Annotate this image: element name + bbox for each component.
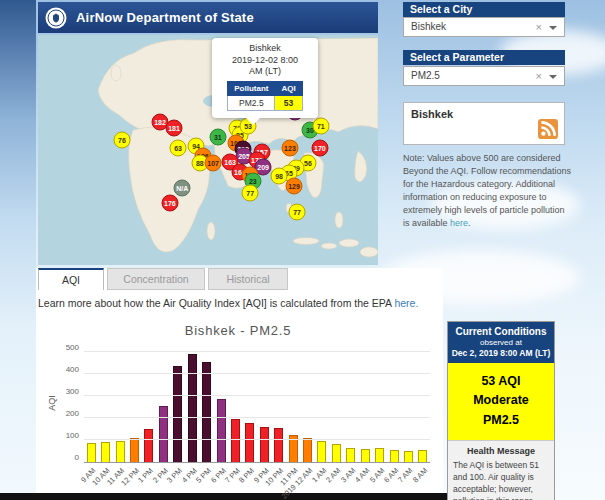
chart-column: 8 AM <box>416 352 430 462</box>
chevron-down-icon[interactable] <box>549 26 557 34</box>
chart-column: 9 PM <box>257 352 271 462</box>
rss-icon[interactable] <box>538 119 558 139</box>
chart-bar[interactable] <box>274 428 283 462</box>
city-select-dropdown[interactable]: Bishkek × <box>403 17 565 37</box>
health-message-block: Health Message The AQI is between 51 and… <box>448 440 554 500</box>
chart-x-tick: 5 PM <box>194 466 213 485</box>
chart-bar[interactable] <box>101 442 110 462</box>
note-link[interactable]: here <box>450 218 468 228</box>
chart-column: 5 PM <box>199 352 213 462</box>
chart-bar[interactable] <box>317 441 326 462</box>
chart-y-tick: 0 <box>75 453 79 462</box>
clear-icon[interactable]: × <box>536 18 542 36</box>
chart-gridline <box>84 351 430 352</box>
chart-column: 2 PM <box>156 352 170 462</box>
app-header: AirNow Department of State <box>38 2 378 33</box>
chart-y-tick: 300 <box>66 387 79 396</box>
aqi-marker[interactable]: 176 <box>161 194 178 211</box>
airnow-page: AirNow Department of State <box>0 0 605 500</box>
parameter-select-dropdown[interactable]: PM2.5 × <box>403 66 565 86</box>
note-text: Note: Values above 500 are considered Be… <box>403 153 571 228</box>
current-aqi-pollutant: PM2.5 <box>450 411 552 430</box>
chart-gridline <box>84 395 430 396</box>
chart-bar[interactable] <box>418 450 427 462</box>
chart-bar[interactable] <box>217 399 226 462</box>
chart-gridline <box>84 439 430 440</box>
aqi-marker[interactable]: 71 <box>312 118 329 135</box>
chart-bar[interactable] <box>404 451 413 462</box>
current-aqi-category: Moderate <box>450 391 552 410</box>
chart-bar[interactable] <box>144 429 153 462</box>
chart-column: 12 PM <box>127 352 141 462</box>
clear-icon[interactable]: × <box>536 67 542 85</box>
chart-bar[interactable] <box>159 406 168 462</box>
chart-bar[interactable] <box>202 362 211 462</box>
aqi-marker[interactable]: 123 <box>281 139 298 156</box>
aqi-marker[interactable]: 63 <box>170 139 187 156</box>
chart-x-tick: 4 AM <box>353 466 371 484</box>
chart-plot-area: 9 AM10 AM11 AM12 PM1 PM2 PM3 PM4 PM5 PM6… <box>84 352 430 463</box>
current-conditions-panel: Current Conditions observed at Dec 2, 20… <box>447 321 555 500</box>
parameter-select-value: PM2.5 <box>411 70 440 81</box>
chart-x-tick: 8 AM <box>411 466 429 484</box>
aqi-marker[interactable]: 76 <box>113 132 130 149</box>
chart-bar[interactable] <box>87 443 96 462</box>
chart-bar[interactable] <box>390 450 399 462</box>
note-suffix: . <box>468 218 471 228</box>
popup-aqi-value: 53 <box>275 96 302 111</box>
chart-gridline <box>84 417 430 418</box>
chart-bar[interactable] <box>188 354 197 462</box>
popup-col-aqi: AQI <box>275 82 302 96</box>
current-aqi-block: 53 AQI Moderate PM2.5 <box>448 363 554 440</box>
current-conditions-subtitle: observed at <box>450 338 552 347</box>
learn-more-text: Learn more about how the Air Quality Ind… <box>38 297 418 309</box>
chart-column: 4 AM <box>358 352 372 462</box>
state-department-seal-icon <box>45 7 67 29</box>
tab-aqi[interactable]: AQI <box>38 268 104 290</box>
aqi-marker[interactable]: 181 <box>166 120 183 137</box>
left-gradient-strip <box>0 0 36 500</box>
chart-bar[interactable] <box>375 448 384 462</box>
map-popup: Bishkek 2019-12-02 8:00 AM (LT) Pollutan… <box>212 38 318 118</box>
chart-bar[interactable] <box>231 419 240 462</box>
chart-bar[interactable] <box>130 438 139 462</box>
chart-column: 10 AM <box>98 352 112 462</box>
chart-bar[interactable] <box>346 448 355 462</box>
aqi-marker[interactable]: 170 <box>311 139 328 156</box>
chart-bar[interactable] <box>260 427 269 462</box>
chart-bar[interactable] <box>303 438 312 462</box>
chart-bar[interactable] <box>332 444 341 462</box>
aqi-marker[interactable]: 129 <box>286 178 303 195</box>
chart-bar[interactable] <box>245 423 254 462</box>
aqi-marker[interactable]: 77 <box>289 204 306 221</box>
aqi-marker[interactable]: 31 <box>209 128 226 145</box>
app-title: AirNow Department of State <box>76 10 254 25</box>
current-conditions-header: Current Conditions observed at Dec 2, 20… <box>448 322 554 363</box>
aqi-marker[interactable]: 77 <box>242 185 259 202</box>
chart-column: 9 AM <box>84 352 98 462</box>
tab-historical[interactable]: Historical <box>208 268 288 290</box>
chevron-down-icon[interactable] <box>549 75 557 83</box>
chart-bar[interactable] <box>116 441 125 462</box>
select-city-header: Select a City <box>403 2 565 17</box>
chart-column: 3 AM <box>344 352 358 462</box>
aqi-marker[interactable]: 107 <box>205 155 222 172</box>
chart-column: 11 PM <box>286 352 300 462</box>
aqi-marker[interactable]: 98 <box>271 167 288 184</box>
chart-bar[interactable] <box>361 449 370 462</box>
popup-city: Bishkek <box>218 43 312 55</box>
aqi-marker[interactable]: N/A <box>174 179 191 196</box>
popup-table: Pollutant AQI PM2.5 53 <box>227 81 302 111</box>
tab-concentration[interactable]: Concentration <box>107 268 205 290</box>
chart-column: 5 AM <box>372 352 386 462</box>
health-message-text: The AQI is between 51 and 100. Air quali… <box>453 460 549 500</box>
learn-more-label: Learn more about how the Air Quality Ind… <box>38 297 392 309</box>
world-aqi-map[interactable]: 7618218163941368810731798510232920516315… <box>38 35 378 265</box>
footer-bar <box>0 493 447 500</box>
chart-column: 2 AM <box>329 352 343 462</box>
popup-pollutant-value: PM2.5 <box>228 96 275 111</box>
chart-bar[interactable] <box>173 366 182 462</box>
beyond-aqi-note: Note: Values above 500 are considered Be… <box>403 152 573 230</box>
learn-more-link[interactable]: here. <box>394 297 418 309</box>
chart-y-tick: 500 <box>66 343 79 352</box>
